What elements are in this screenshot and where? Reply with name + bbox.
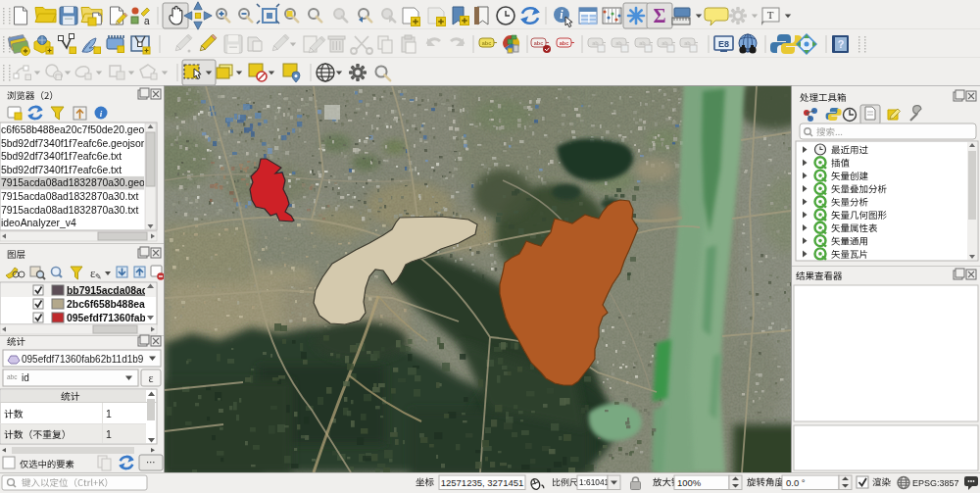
svg-text:abc: abc bbox=[482, 40, 491, 46]
svg-text:1: 1 bbox=[106, 408, 112, 419]
svg-text:abc: abc bbox=[560, 40, 568, 46]
svg-text:095efdf71360fab62b11d1b9: 095efdf71360fab62b11d1b9 bbox=[22, 354, 144, 365]
svg-text:?: ? bbox=[838, 38, 845, 50]
svg-text:7915acda08ad1832870a30.geojson: 7915acda08ad1832870a30.geojson bbox=[1, 177, 164, 188]
svg-text:7915acda08ad1832870a30.txt: 7915acda08ad1832870a30.txt bbox=[1, 205, 139, 216]
svg-text:E8: E8 bbox=[718, 39, 729, 49]
svg-text:1:61041: 1:61041 bbox=[579, 477, 610, 487]
svg-text:7915acda08ad1832870a30.txt: 7915acda08ad1832870a30.txt bbox=[1, 191, 139, 202]
svg-text:100%: 100% bbox=[677, 477, 702, 488]
svg-text:abc: abc bbox=[534, 40, 543, 46]
svg-text:EPSG:3857: EPSG:3857 bbox=[912, 478, 959, 488]
svg-text:⋯: ⋯ bbox=[146, 457, 156, 468]
svg-text:✎: ✎ bbox=[95, 272, 102, 281]
svg-text:c6f658b488ea20c7f50de20.geojso: c6f658b488ea20c7f50de20.geojson bbox=[1, 124, 163, 135]
svg-text:1: 1 bbox=[106, 428, 112, 440]
svg-text:0.0 °: 0.0 ° bbox=[786, 477, 806, 488]
svg-text:5bd92df7340f1f7eafc6e.txt: 5bd92df7340f1f7eafc6e.txt bbox=[1, 165, 122, 175]
svg-text:abc: abc bbox=[7, 373, 18, 380]
svg-text:ideoAnalyzer_v4: ideoAnalyzer_v4 bbox=[1, 218, 76, 228]
svg-text:5bd92df7340f1f7eafc6e.txt: 5bd92df7340f1f7eafc6e.txt bbox=[1, 151, 122, 162]
svg-text:12571235, 3271451: 12571235, 3271451 bbox=[441, 477, 524, 488]
svg-text:Σ: Σ bbox=[653, 5, 665, 26]
svg-text:T: T bbox=[767, 9, 774, 21]
svg-text:id: id bbox=[22, 372, 29, 383]
svg-text:ε: ε bbox=[148, 371, 153, 385]
svg-text:a: a bbox=[144, 16, 150, 26]
svg-text:5bd92df7340f1f7eafc6e.geojson: 5bd92df7340f1f7eafc6e.geojson bbox=[1, 138, 147, 149]
